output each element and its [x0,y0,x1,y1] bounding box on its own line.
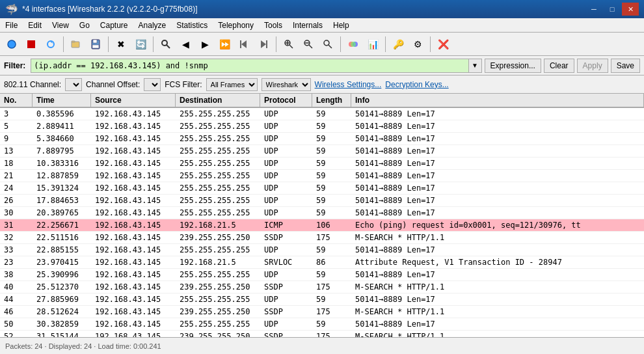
col-info[interactable]: Info [351,94,644,107]
stop-capture-btn[interactable] [22,35,40,53]
svg-rect-7 [93,40,97,43]
table-row[interactable]: 137.889795192.168.43.145255.255.255.255U… [0,145,644,157]
table-row[interactable]: 3122.256671192.168.43.145192.168.21.5ICM… [0,219,644,232]
menu-internals[interactable]: Internals [288,18,328,32]
sep3 [153,36,154,52]
table-row[interactable]: 2112.887859192.168.43.145255.255.255.255… [0,170,644,182]
zoom-in-btn[interactable] [280,35,298,53]
table-row[interactable]: 4628.512624192.168.43.145239.255.255.250… [0,306,644,318]
packet-header: No. Time Source Destination Protocol Len… [0,94,644,108]
menu-file[interactable]: File [0,18,23,32]
col-source[interactable]: Source [91,94,176,107]
col-protocol[interactable]: Protocol [260,94,312,107]
titlebar-controls: ─ □ ✕ [585,3,639,16]
dot11-bar: 802.11 Channel: Channel Offset: FCS Filt… [0,75,644,94]
colorize-btn[interactable] [344,35,362,53]
table-row[interactable]: 4427.885969192.168.43.145255.255.255.255… [0,293,644,306]
table-row[interactable]: 2617.884653192.168.43.145255.255.255.255… [0,195,644,207]
sep2 [108,36,109,52]
restart-capture-btn[interactable] [42,35,60,53]
menu-edit[interactable]: Edit [23,18,47,32]
menu-statistics[interactable]: Statistics [171,18,213,32]
apply-button[interactable]: Apply [577,59,608,73]
zoom-normal-btn[interactable] [319,35,337,53]
reload-btn[interactable]: 🔄 [131,35,150,53]
app-icon: 🦈 [5,3,18,16]
minimize-button[interactable]: ─ [585,3,602,16]
wireshark-select[interactable]: Wireshark [262,78,311,91]
graph-btn[interactable]: 📊 [364,35,382,53]
svg-rect-14 [266,40,267,48]
first-btn[interactable] [235,35,253,53]
sep4 [276,36,276,52]
channel-label: 802.11 Channel: [4,80,61,89]
table-row[interactable]: 4025.512370192.168.43.145239.255.255.250… [0,281,644,293]
expression-button[interactable]: Expression... [485,59,541,73]
toolbar: ✖ 🔄 ◀ ▶ ⏩ [0,33,644,56]
menu-telephony[interactable]: Telephony [213,18,259,32]
filterbar: Filter: ▼ Expression... Clear Apply Save [0,56,644,75]
svg-point-22 [324,40,329,46]
table-row[interactable]: 3322.885155192.168.43.145255.255.255.255… [0,244,644,256]
table-row[interactable]: 2415.391324192.168.43.145255.255.255.255… [0,182,644,195]
fcs-select[interactable]: All Frames [206,78,258,91]
col-time[interactable]: Time [33,94,91,107]
save-filter-button[interactable]: Save [611,59,640,73]
sep5 [340,36,341,52]
menu-analyze[interactable]: Analyze [133,18,172,32]
channel-offset-select[interactable] [144,78,161,91]
fcs-label: FCS Filter: [165,80,202,89]
svg-rect-8 [92,45,99,48]
svg-point-9 [162,40,167,46]
table-row[interactable]: 3222.511516192.168.43.145239.255.255.250… [0,232,644,244]
wireless-settings-link[interactable]: Wireless Settings... [315,80,382,89]
filter-dropdown-arrow[interactable]: ▼ [469,59,482,73]
go-fwd-btn[interactable]: ▶ [196,35,214,53]
find-btn[interactable] [157,35,175,53]
table-row[interactable]: 1810.383316192.168.43.145255.255.255.255… [0,157,644,170]
channel-select[interactable] [65,78,82,91]
go-back-btn[interactable]: ◀ [176,35,195,53]
start-capture-btn[interactable] [3,35,21,53]
sep7 [430,36,431,52]
save-btn[interactable] [87,35,105,53]
col-length[interactable]: Length [312,94,351,107]
svg-line-10 [167,45,170,48]
sep1 [63,36,64,52]
svg-line-23 [329,45,332,48]
packet-body[interactable]: 30.385596192.168.43.145255.255.255.255UD… [0,108,644,337]
menu-tools[interactable]: Tools [259,18,288,32]
col-destination[interactable]: Destination [176,94,260,107]
table-row[interactable]: 95.384660192.168.43.145255.255.255.255UD… [0,133,644,145]
svg-marker-13 [261,40,266,48]
filter-input[interactable] [31,59,468,73]
menu-capture[interactable]: Capture [95,18,133,32]
packet-list: No. Time Source Destination Protocol Len… [0,94,644,337]
last-btn[interactable] [254,35,273,53]
table-row[interactable]: 5030.382859192.168.43.145255.255.255.255… [0,318,644,331]
table-row[interactable]: 3825.390996192.168.43.145255.255.255.255… [0,269,644,281]
goto-btn[interactable]: ⏩ [215,35,234,53]
table-row[interactable]: 52.889411192.168.43.145255.255.255.255UD… [0,120,644,133]
prefs-btn[interactable]: ⚙ [409,35,427,53]
table-row[interactable]: 30.385596192.168.43.145255.255.255.255UD… [0,108,644,120]
table-row[interactable]: 3020.389765192.168.43.145255.255.255.255… [0,207,644,219]
maximize-button[interactable]: □ [604,3,621,16]
menu-go[interactable]: Go [74,18,95,32]
zoom-out-btn[interactable] [299,35,317,53]
table-row[interactable]: 2323.970415192.168.43.145192.168.21.5SRV… [0,256,644,269]
decryption-keys-link[interactable]: Decryption Keys... [385,80,448,89]
col-no[interactable]: No. [0,94,33,107]
clear-button[interactable]: Clear [544,59,574,73]
menu-help[interactable]: Help [328,18,355,32]
close-file-btn[interactable]: ✖ [112,35,130,53]
svg-line-16 [289,45,293,48]
quit-btn[interactable]: ❌ [434,35,452,53]
table-row[interactable]: 5231.515144192.168.43.145239.255.255.250… [0,331,644,337]
open-btn[interactable] [67,35,85,53]
app-window: 🦈 *4 interfaces [Wireshark 2.2.2 (v2.2.2… [0,0,644,354]
menu-view[interactable]: View [47,18,74,32]
svg-point-26 [351,42,356,47]
key-btn[interactable]: 🔑 [389,35,407,53]
close-button[interactable]: ✕ [622,3,639,16]
